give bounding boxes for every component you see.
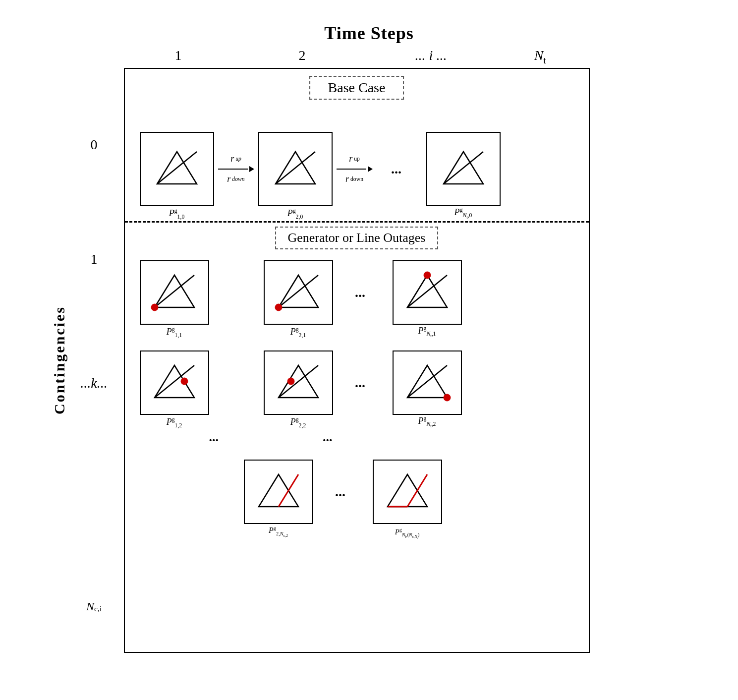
svg-point-8 xyxy=(151,304,158,311)
gen-line-label-box: Generator or Line Outages xyxy=(275,227,439,249)
contingency-row-2: Pg1,2 P xyxy=(125,330,589,420)
svg-line-19 xyxy=(279,365,318,398)
contingencies-section: Generator or Line Outages xyxy=(125,223,589,539)
svg-line-3 xyxy=(276,152,315,184)
arrow-1: rup rdown xyxy=(218,154,254,184)
dots-c2: ... xyxy=(333,375,388,391)
dots-row: ... ... xyxy=(125,420,589,450)
cell-pnt0: PgNt,0 xyxy=(426,132,501,206)
svg-point-20 xyxy=(287,378,294,385)
cell-p10: Pg1,0 xyxy=(140,132,214,206)
svg-point-14 xyxy=(424,272,431,279)
svg-line-16 xyxy=(155,365,194,398)
col-header-1: 1 xyxy=(124,48,233,66)
svg-line-10 xyxy=(279,275,318,307)
svg-point-23 xyxy=(444,394,451,401)
contingency-row-nci: Pg2,Nc,2 ... xyxy=(125,450,589,539)
row-label-1: 1 xyxy=(79,222,109,355)
row-label-0: 0 xyxy=(79,68,109,222)
svg-line-7 xyxy=(155,275,194,307)
base-case-label-box: Base Case xyxy=(309,76,404,100)
svg-marker-26 xyxy=(388,474,427,507)
base-case-section: Base Case Pg1,0 xyxy=(125,69,589,223)
dots-base-1: ... xyxy=(377,161,416,177)
time-steps-title: Time Steps xyxy=(47,23,691,44)
cell-p20: Pg2,0 xyxy=(258,132,333,206)
contingencies-label: Contingencies xyxy=(51,306,68,414)
svg-point-17 xyxy=(181,378,188,385)
col-header-nt: Nt xyxy=(491,48,590,66)
row-label-nci: Nc,i xyxy=(79,455,109,653)
diagram-container: Time Steps 1 2 ... i ... Nt Contingencie… xyxy=(47,23,691,677)
svg-line-1 xyxy=(157,152,197,184)
svg-line-13 xyxy=(407,275,447,307)
svg-line-22 xyxy=(407,365,447,398)
dots-nci: ... xyxy=(313,484,368,500)
dots-c1: ... xyxy=(333,285,388,300)
svg-marker-24 xyxy=(259,474,298,507)
col-header-i: ... i ... xyxy=(372,48,491,66)
arrow-2: rup rdown xyxy=(337,154,373,184)
svg-point-11 xyxy=(275,304,282,311)
svg-line-5 xyxy=(444,152,483,184)
col-header-2: 2 xyxy=(233,48,372,66)
row-label-k: ... k ... xyxy=(79,355,109,455)
